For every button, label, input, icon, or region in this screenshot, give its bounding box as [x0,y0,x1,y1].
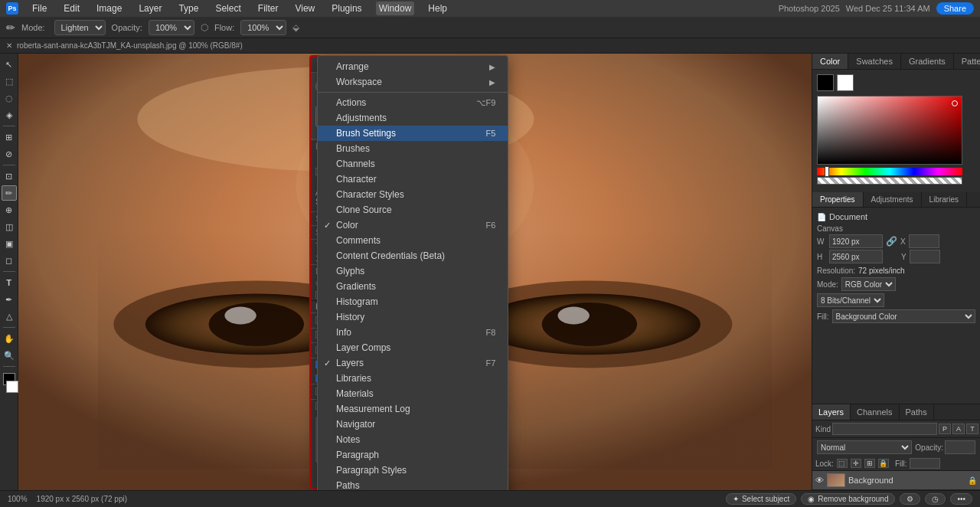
tool-shape[interactable]: △ [2,309,17,324]
width-input[interactable] [829,234,883,248]
menu-item-comments[interactable]: Comments [318,233,508,248]
tool-eyedropper[interactable]: ⊘ [2,146,17,162]
y-input[interactable] [910,250,940,263]
menu-item-content-credentials[interactable]: Content Credentials (Beta) [318,248,508,263]
menu-item-paragraph-styles[interactable]: Paragraph Styles [318,463,508,478]
layer-filter-type[interactable]: T [966,424,978,434]
tab-layers[interactable]: Layers [812,404,851,420]
tab-adjustments[interactable]: Adjustments [864,192,922,207]
tab-paths[interactable]: Paths [900,404,934,420]
foreground-swatch[interactable] [817,74,834,91]
menu-plugins[interactable]: Plugins [328,2,364,15]
tool-crop[interactable]: ⊞ [2,129,17,145]
menu-item-navigator[interactable]: Navigator [318,417,508,432]
tab-patterns[interactable]: Patterns [954,54,980,69]
menu-item-actions[interactable]: Actions ⌥F9 [318,95,508,110]
lock-pixel-btn[interactable]: ⬚ [837,459,848,468]
select-subject-btn[interactable]: ✦ Select subject [726,493,796,505]
tab-gradients[interactable]: Gradients [901,54,954,69]
height-input[interactable] [829,250,883,263]
opacity-input-layers[interactable] [945,440,975,454]
layer-mode-select[interactable]: Normal [817,440,912,454]
menu-item-history[interactable]: History [318,309,508,325]
tool-gradient[interactable]: ▣ [2,236,17,251]
menu-edit[interactable]: Edit [60,2,83,15]
lock-position-btn[interactable]: ✛ [851,459,861,468]
menu-item-glyphs[interactable]: Glyphs [318,263,508,279]
layers-search-input[interactable] [832,423,937,435]
menu-item-paths[interactable]: Paths [318,478,508,490]
menu-item-layers[interactable]: Layers F7 [318,355,508,371]
menu-item-brush-settings[interactable]: Brush Settings F5 [318,126,508,141]
share-button[interactable]: Share [936,2,974,15]
layer-item-background[interactable]: 👁 Background 🔒 [812,471,980,490]
tool-lasso[interactable]: ◌ [2,90,17,106]
lock-artboard-btn[interactable]: ⊞ [864,459,875,468]
tab-swatches[interactable]: Swatches [848,54,901,69]
flow-select[interactable]: 100% [240,20,286,35]
menu-item-adjustments[interactable]: Adjustments [318,110,508,126]
tool-brush[interactable]: ✏ [2,185,17,201]
close-icon[interactable]: ✕ [6,41,12,50]
menu-item-workspace[interactable]: Workspace ▶ [318,74,508,90]
more-btn[interactable]: ••• [950,493,972,505]
canvas-area[interactable]: Arrange ▶ Workspace ▶ Actions ⌥F9 Adjust… [18,54,812,490]
fill-input-layers[interactable] [910,458,940,469]
layer-filter-adj[interactable]: A [952,424,965,434]
tool-healing[interactable]: ⊡ [2,168,17,184]
fill-select[interactable]: Background Color [832,309,975,323]
bits-select[interactable]: 8 Bits/Channel [817,293,884,307]
background-swatch[interactable] [837,74,854,91]
tab-channels[interactable]: Channels [851,404,899,420]
menu-file[interactable]: File [29,2,50,15]
tool-pen[interactable]: ✒ [2,292,17,307]
hue-slider[interactable] [817,168,962,175]
menu-item-measurement-log[interactable]: Measurement Log [318,401,508,417]
menu-item-libraries[interactable]: Libraries [318,371,508,386]
menu-item-arrange[interactable]: Arrange ▶ [318,59,508,74]
tool-type[interactable]: T [2,275,17,290]
layer-visibility-eye[interactable]: 👁 [815,476,824,485]
tool-zoom[interactable]: 🔍 [2,348,17,363]
menu-view[interactable]: View [292,2,318,15]
menu-item-brushes[interactable]: Brushes [318,141,508,156]
tool-magic-wand[interactable]: ◈ [2,107,17,123]
opacity-select[interactable]: 100% [149,20,194,35]
tool-move[interactable]: ↖ [2,57,17,72]
menu-item-info[interactable]: Info F8 [318,325,508,340]
tool-clone[interactable]: ⊕ [2,202,17,218]
settings-btn[interactable]: ⚙ [900,493,920,505]
menu-image[interactable]: Image [93,2,125,15]
menu-item-color[interactable]: Color F6 [318,218,508,233]
color-picker-gradient[interactable] [817,96,962,165]
menu-item-gradients[interactable]: Gradients [318,279,508,294]
menu-layer[interactable]: Layer [136,2,165,15]
menu-item-notes[interactable]: Notes [318,432,508,447]
menu-item-character[interactable]: Character [318,172,508,187]
menu-item-layer-comps[interactable]: Layer Comps [318,340,508,355]
menu-item-histogram[interactable]: Histogram [318,294,508,309]
background-color[interactable] [6,381,18,393]
color-mode-select[interactable]: RGB Color [841,277,896,291]
menu-select[interactable]: Select [212,2,243,15]
menu-item-character-styles[interactable]: Character Styles [318,187,508,202]
tab-properties[interactable]: Properties [812,192,864,207]
tool-hand[interactable]: ✋ [2,331,17,346]
link-icon[interactable]: 🔗 [886,236,897,247]
tool-dodge[interactable]: ◻ [2,253,17,268]
tab-libraries[interactable]: Libraries [922,192,967,207]
tab-color[interactable]: Color [812,54,848,69]
alpha-slider[interactable] [817,177,962,185]
menu-filter[interactable]: Filter [255,2,282,15]
lock-all-btn[interactable]: 🔒 [878,459,889,468]
menu-item-materials[interactable]: Materials [318,386,508,401]
menu-window[interactable]: Window [376,2,415,15]
tool-marquee[interactable]: ⬚ [2,74,17,89]
menu-item-channels[interactable]: Channels [318,156,508,172]
menu-item-clone-source[interactable]: Clone Source [318,202,508,218]
tool-eraser[interactable]: ◫ [2,219,17,234]
menu-item-paragraph[interactable]: Paragraph [318,447,508,463]
time-btn[interactable]: ◷ [925,493,946,505]
remove-background-btn[interactable]: ◉ Remove background [801,493,895,505]
mode-select[interactable]: Lighten [54,20,106,35]
